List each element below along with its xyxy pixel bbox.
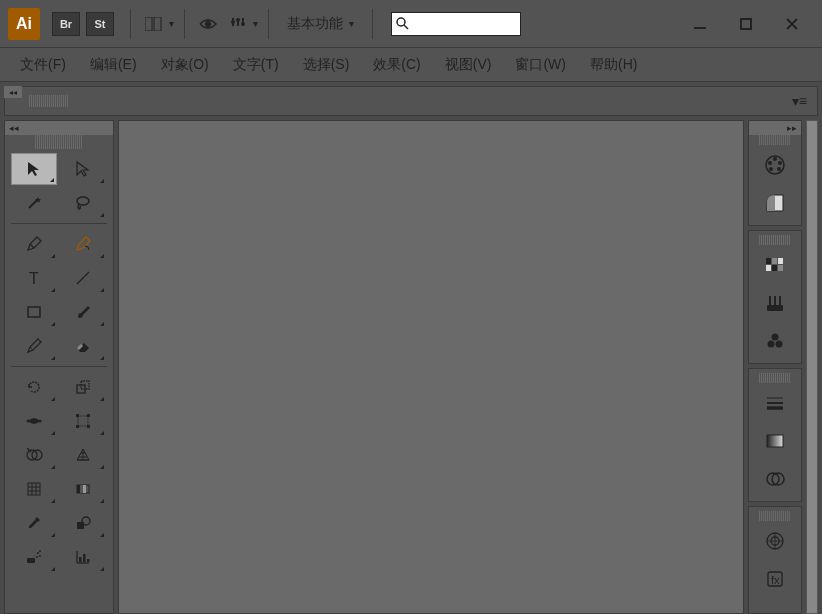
bridge-button[interactable]: Br xyxy=(52,12,80,36)
mesh-tool[interactable] xyxy=(11,473,57,505)
menu-window[interactable]: 窗口(W) xyxy=(503,50,578,80)
stock-button[interactable]: St xyxy=(86,12,114,36)
appearance-panel-icon[interactable] xyxy=(757,525,793,557)
search-icon xyxy=(396,17,409,31)
color-guide-panel-icon[interactable] xyxy=(757,187,793,219)
graphic-styles-panel-icon[interactable]: fx xyxy=(757,563,793,595)
stroke-panel-icon[interactable] xyxy=(757,387,793,419)
direct-selection-tool[interactable] xyxy=(60,153,106,185)
pencil-tool[interactable] xyxy=(11,330,57,362)
menu-select[interactable]: 选择(S) xyxy=(291,50,362,80)
svg-rect-16 xyxy=(28,307,40,317)
svg-point-44 xyxy=(39,550,41,552)
panel-expand[interactable]: ▸▸ xyxy=(749,121,801,135)
line-tool[interactable] xyxy=(60,262,106,294)
drag-handle[interactable] xyxy=(759,373,791,383)
svg-point-21 xyxy=(39,420,42,423)
brushes-panel-icon[interactable] xyxy=(757,287,793,319)
eyedropper-tool[interactable] xyxy=(11,507,57,539)
menu-help[interactable]: 帮助(H) xyxy=(578,50,649,80)
dropdown-arrow-icon: ▾ xyxy=(169,18,174,29)
svg-point-39 xyxy=(82,517,90,525)
svg-rect-1 xyxy=(154,17,161,31)
collapse-control-bar[interactable]: ◂◂ xyxy=(4,86,22,98)
menu-object[interactable]: 对象(O) xyxy=(149,50,221,80)
magic-wand-tool[interactable] xyxy=(11,187,57,219)
svg-rect-47 xyxy=(79,557,82,562)
svg-line-11 xyxy=(787,19,797,29)
preferences-icon[interactable] xyxy=(225,13,251,35)
symbol-sprayer-tool[interactable] xyxy=(11,541,57,573)
gradient-tool[interactable] xyxy=(60,473,106,505)
type-tool[interactable]: T xyxy=(11,262,57,294)
maximize-button[interactable] xyxy=(724,11,768,37)
menu-file[interactable]: 文件(F) xyxy=(8,50,78,80)
svg-rect-58 xyxy=(778,258,783,264)
paintbrush-tool[interactable] xyxy=(60,296,106,328)
svg-rect-65 xyxy=(767,305,783,311)
shape-builder-tool[interactable] xyxy=(11,439,57,471)
rectangle-tool[interactable] xyxy=(11,296,57,328)
gpu-preview-icon[interactable] xyxy=(195,13,221,35)
svg-point-2 xyxy=(205,21,211,27)
lasso-tool[interactable] xyxy=(60,187,106,219)
symbols-panel-icon[interactable] xyxy=(757,325,793,357)
curvature-tool[interactable] xyxy=(60,228,106,260)
eraser-tool[interactable] xyxy=(60,330,106,362)
menu-edit[interactable]: 编辑(E) xyxy=(78,50,149,80)
menu-type[interactable]: 文字(T) xyxy=(221,50,291,80)
drag-handle[interactable] xyxy=(35,135,83,149)
svg-rect-56 xyxy=(766,258,771,264)
svg-point-3 xyxy=(231,20,235,24)
rotate-tool[interactable] xyxy=(11,371,57,403)
perspective-grid-tool[interactable] xyxy=(60,439,106,471)
color-panel-icon[interactable] xyxy=(757,149,793,181)
drag-handle[interactable] xyxy=(29,95,69,107)
svg-point-53 xyxy=(777,167,781,171)
column-graph-tool[interactable] xyxy=(60,541,106,573)
title-bar: Ai Br St ▾ ▾ 基本功能 xyxy=(0,0,822,48)
free-transform-tool[interactable] xyxy=(60,405,106,437)
svg-rect-72 xyxy=(767,435,783,447)
search-input[interactable] xyxy=(409,17,516,31)
control-bar-menu-icon[interactable]: ▾≡ xyxy=(792,93,807,109)
workspace-switcher[interactable]: 基本功能 xyxy=(279,11,362,37)
menu-bar: 文件(F) 编辑(E) 对象(O) 文字(T) 选择(S) 效果(C) 视图(V… xyxy=(0,48,822,82)
close-button[interactable] xyxy=(770,11,814,37)
svg-rect-25 xyxy=(76,425,79,428)
vertical-scrollbar[interactable] xyxy=(806,120,818,614)
svg-rect-0 xyxy=(145,17,152,31)
selection-tool[interactable] xyxy=(11,153,57,185)
svg-line-7 xyxy=(404,25,408,29)
svg-point-66 xyxy=(772,334,779,341)
swatches-panel-icon[interactable] xyxy=(757,249,793,281)
arrange-docs-icon[interactable] xyxy=(141,13,167,35)
gradient-panel-icon[interactable] xyxy=(757,425,793,457)
tools-collapse[interactable]: ◂◂ xyxy=(5,121,113,135)
svg-point-6 xyxy=(397,18,405,26)
svg-point-27 xyxy=(27,450,37,460)
drag-handle[interactable] xyxy=(759,235,791,245)
tools-panel: ◂◂ T xyxy=(4,120,114,614)
panel-group-appearance: fx xyxy=(748,506,802,614)
menu-effect[interactable]: 效果(C) xyxy=(361,50,432,80)
svg-rect-34 xyxy=(77,485,89,493)
transparency-panel-icon[interactable] xyxy=(757,463,793,495)
menu-view[interactable]: 视图(V) xyxy=(433,50,504,80)
scale-tool[interactable] xyxy=(60,371,106,403)
drag-handle[interactable] xyxy=(759,135,791,145)
svg-line-17 xyxy=(30,347,33,350)
minimize-button[interactable] xyxy=(678,11,722,37)
pen-tool[interactable] xyxy=(11,228,57,260)
blend-tool[interactable] xyxy=(60,507,106,539)
width-tool[interactable] xyxy=(11,405,57,437)
search-box[interactable] xyxy=(391,12,521,36)
drag-handle[interactable] xyxy=(759,511,791,521)
canvas[interactable] xyxy=(118,120,744,614)
svg-point-50 xyxy=(766,156,784,174)
svg-point-76 xyxy=(771,537,779,545)
window-controls xyxy=(678,11,814,37)
svg-point-13 xyxy=(77,197,89,205)
svg-point-73 xyxy=(767,473,779,485)
svg-rect-60 xyxy=(772,265,777,271)
